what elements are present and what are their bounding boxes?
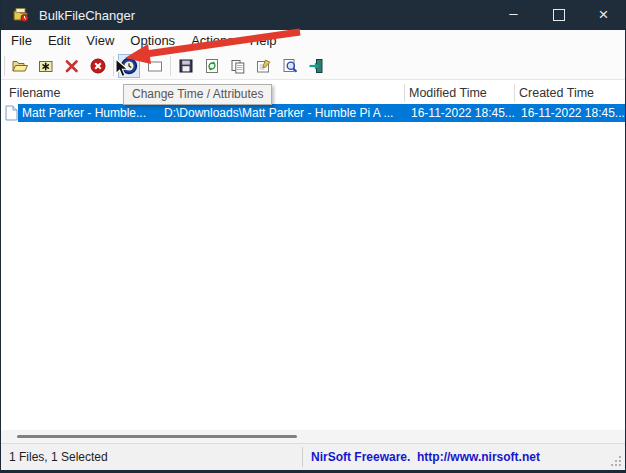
cell-filename: Matt Parker - Humble... — [22, 104, 146, 122]
toolbar-separator — [4, 56, 5, 76]
find-button[interactable] — [279, 54, 301, 78]
find-doc-icon — [281, 57, 299, 75]
title-bar: BulkFileChanger – × — [0, 0, 626, 30]
status-bar: 1 Files, 1 Selected NirSoft Freeware. ht… — [1, 443, 625, 470]
column-divider[interactable] — [514, 84, 515, 102]
horizontal-scrollbar-thumb[interactable] — [17, 435, 297, 438]
maximize-button[interactable] — [536, 0, 581, 30]
close-button[interactable]: × — [581, 0, 626, 30]
window-border — [0, 0, 1, 473]
tooltip-change-time-attributes: Change Time / Attributes — [123, 84, 272, 105]
refresh-doc-icon — [203, 57, 221, 75]
app-icon — [13, 7, 29, 23]
cell-modified-time: 16-11-2022 18:45... — [411, 104, 515, 122]
properties-icon — [255, 57, 273, 75]
column-modified-time[interactable]: Modified Time — [409, 82, 487, 104]
save-floppy-icon — [177, 57, 195, 75]
file-row-selected[interactable]: Matt Parker - Humble... D:\Downloads\Mat… — [1, 104, 625, 122]
cell-path: D:\Downloads\Matt Parker - Humble Pi A .… — [164, 104, 393, 122]
maximize-icon — [553, 9, 565, 21]
column-filename[interactable]: Filename — [9, 82, 60, 104]
close-icon: × — [599, 0, 609, 30]
file-icon — [5, 105, 18, 121]
menu-edit[interactable]: Edit — [40, 30, 78, 52]
minimize-button[interactable]: – — [491, 0, 536, 30]
toolbar-separator — [113, 56, 114, 76]
blank-doc-icon — [146, 57, 164, 75]
menu-actions[interactable]: Actions — [183, 30, 242, 52]
status-bar-divider — [302, 447, 303, 467]
list-header: Filename Modified Time Created Time — [1, 82, 625, 104]
wildcard-folder-icon — [37, 57, 55, 75]
column-divider[interactable] — [404, 84, 405, 102]
menu-file[interactable]: File — [3, 30, 40, 52]
menu-options[interactable]: Options — [122, 30, 183, 52]
window-title: BulkFileChanger — [39, 8, 135, 23]
resize-grip[interactable] — [610, 455, 622, 467]
clear-all-button[interactable] — [87, 54, 109, 78]
copy-button[interactable] — [227, 54, 249, 78]
menu-view[interactable]: View — [78, 30, 122, 52]
exit-button[interactable] — [305, 54, 327, 78]
status-selection-count: 1 Files, 1 Selected — [9, 444, 108, 470]
open-files-button[interactable] — [9, 54, 31, 78]
menu-bar: File Edit View Options Actions Help — [1, 30, 625, 52]
horizontal-scrollbar[interactable] — [1, 430, 625, 443]
refresh-button[interactable] — [201, 54, 223, 78]
remove-selected-button[interactable] — [61, 54, 83, 78]
add-files-wildcard-button[interactable] — [35, 54, 57, 78]
cell-created-time: 16-11-2022 18:45... — [521, 104, 625, 122]
copy-icon — [229, 57, 247, 75]
toolbar-separator — [170, 56, 171, 76]
minimize-icon: – — [509, 0, 517, 28]
column-created-time[interactable]: Created Time — [519, 82, 594, 104]
open-folder-icon — [11, 57, 29, 75]
toolbar — [1, 52, 625, 80]
nirsoft-link[interactable]: NirSoft Freeware. http://www.nirsoft.net — [311, 444, 540, 470]
clear-all-icon — [89, 57, 107, 75]
blank-doc-button[interactable] — [144, 54, 166, 78]
save-button[interactable] — [175, 54, 197, 78]
exit-door-icon — [307, 57, 325, 75]
delete-x-icon — [63, 57, 81, 75]
bulkfilechanger-window: BulkFileChanger – × File Edit View Optio… — [0, 0, 626, 473]
change-time-attributes-button[interactable] — [118, 54, 140, 78]
menu-help[interactable]: Help — [242, 30, 285, 52]
properties-button[interactable] — [253, 54, 275, 78]
clock-icon — [120, 57, 138, 75]
